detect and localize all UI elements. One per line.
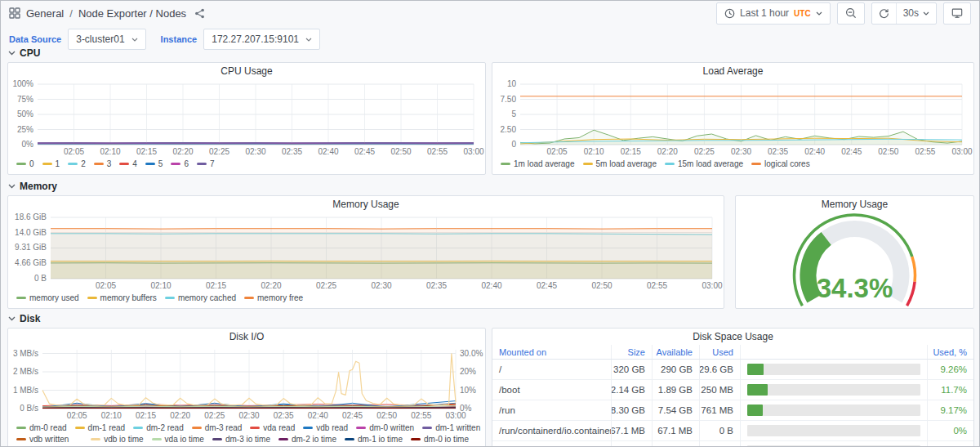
row-header-memory[interactable]: Memory <box>8 181 57 192</box>
chevron-down-icon <box>8 51 16 56</box>
legend-item-dm-3-read[interactable]: dm-3 read <box>192 423 243 432</box>
legend-item-6[interactable]: 6 <box>171 159 189 168</box>
svg-text:02:35: 02:35 <box>282 147 302 156</box>
legend-item-vdb-read[interactable]: vdb read <box>303 423 348 432</box>
legend-label: 4 <box>132 159 137 168</box>
legend-swatch <box>244 297 254 299</box>
svg-text:02:50: 02:50 <box>591 281 612 290</box>
caret-down-icon <box>131 38 138 42</box>
refresh-interval-select[interactable]: 30s <box>896 3 936 24</box>
caret-down-icon <box>816 11 822 16</box>
breadcrumb-folder[interactable]: General <box>26 7 64 20</box>
legend-item-1[interactable]: 1 <box>42 159 60 168</box>
column-header-used[interactable]: Used <box>700 345 741 359</box>
legend-item-memory-cached[interactable]: memory cached <box>165 293 236 302</box>
table-row: /run/containerd/io.containerd.grpc...67.… <box>492 421 973 441</box>
time-range-picker[interactable]: Last 1 hour UTC <box>716 2 831 25</box>
svg-text:02:20: 02:20 <box>261 281 281 290</box>
legend-label: memory used <box>29 293 79 302</box>
svg-text:02:50: 02:50 <box>878 147 898 156</box>
sync-icon <box>879 8 889 19</box>
legend-item-4[interactable]: 4 <box>119 159 137 168</box>
svg-text:02:50: 02:50 <box>376 411 397 420</box>
svg-text:02:40: 02:40 <box>318 147 338 156</box>
legend-item-dm-2-io-time[interactable]: dm-2 io time <box>278 435 336 444</box>
breadcrumb-dashboard-title[interactable]: Node Exporter / Nodes <box>78 7 186 20</box>
legend-swatch <box>75 427 85 429</box>
legend-label: vda io time <box>165 435 204 444</box>
row-header-disk[interactable]: Disk <box>8 313 40 324</box>
panel-title-disk-space-usage[interactable]: Disk Space Usage <box>492 329 973 345</box>
legend-swatch <box>42 163 52 165</box>
legend-item-dm-0-read[interactable]: dm-0 read <box>16 423 67 432</box>
legend-item-dm-2-read[interactable]: dm-2 read <box>133 423 184 432</box>
legend-label: 1m load average <box>514 159 575 168</box>
legend-item-logical-cores[interactable]: logical cores <box>751 159 810 168</box>
legend-label: dm-0 read <box>29 423 67 432</box>
panel-title-memory-gauge[interactable]: Memory Usage <box>736 196 973 212</box>
legend-item-7[interactable]: 7 <box>197 159 215 168</box>
panel-disk-space-usage: Disk Space Usage Mounted onSizeAvailable… <box>492 328 974 447</box>
cell-size: 67.1 MB <box>612 421 653 440</box>
breadcrumb-separator: / <box>69 7 73 20</box>
legend-item-0[interactable]: 0 <box>16 159 34 168</box>
memory-usage-legend: memory usedmemory buffersmemory cachedme… <box>8 292 724 303</box>
memory-usage-chart[interactable]: 02:0502:1002:1502:2002:2502:3002:3502:40… <box>8 212 724 292</box>
dashboard-controls: Last 1 hour UTC <box>716 2 971 25</box>
legend-item-dm-1-written[interactable]: dm-1 written <box>422 423 480 432</box>
legend-item-vda-read[interactable]: vda read <box>250 423 295 432</box>
zoom-out-button[interactable] <box>837 2 865 25</box>
clock-icon <box>724 8 735 19</box>
variable-datasource-select[interactable]: 3-cluster01 <box>68 29 145 50</box>
cpu-usage-chart[interactable]: 02:0502:1002:1502:2002:2502:3002:3502:40… <box>8 79 485 158</box>
legend-item-vda-io-time[interactable]: vda io time <box>152 435 204 444</box>
legend-item-5m-load-average[interactable]: 5m load average <box>583 159 657 168</box>
legend-item-memory-used[interactable]: memory used <box>16 293 79 302</box>
load-average-legend: 1m load average5m load average15m load a… <box>492 158 973 169</box>
legend-label: dm-1 written <box>435 423 480 432</box>
cell-used: 761 MB <box>700 400 741 420</box>
used-bar-track <box>747 364 920 375</box>
column-header-size[interactable]: Size <box>612 345 653 359</box>
kiosk-mode-button[interactable] <box>943 2 971 25</box>
legend-item-dm-3-io-time[interactable]: dm-3 io time <box>212 435 270 444</box>
variable-instance-select[interactable]: 172.27.207.15:9101 <box>203 29 320 50</box>
legend-item-dm-1-io-time[interactable]: dm-1 io time <box>345 435 403 444</box>
legend-label: 2 <box>81 159 86 168</box>
variable-instance: Instance 172.27.207.15:9101 <box>161 29 320 50</box>
used-bar-track <box>747 405 920 416</box>
svg-text:02:25: 02:25 <box>209 147 229 156</box>
legend-item-15m-load-average[interactable]: 15m load average <box>665 159 743 168</box>
legend-item-memory-buffers[interactable]: memory buffers <box>87 293 157 302</box>
legend-item-dm-0-io-time[interactable]: dm-0 io time <box>411 435 469 444</box>
share-alt-icon[interactable] <box>194 8 205 19</box>
cell-used: 0 B <box>700 441 741 447</box>
column-header-available[interactable]: Available <box>653 345 700 359</box>
legend-item-3[interactable]: 3 <box>94 159 112 168</box>
svg-text:02:25: 02:25 <box>204 411 225 420</box>
legend-item-dm-1-read[interactable]: dm-1 read <box>75 423 126 432</box>
row-header-cpu[interactable]: CPU <box>8 47 40 59</box>
legend-item-dm-0-written[interactable]: dm-0 written <box>356 423 414 432</box>
legend-label: dm-2 io time <box>292 435 336 444</box>
svg-text:02:10: 02:10 <box>101 411 122 420</box>
legend-item-2[interactable]: 2 <box>68 159 86 168</box>
legend-label: dm-3 read <box>205 423 243 432</box>
panel-memory-gauge: Memory Usage 34.3% <box>735 195 974 309</box>
panel-title-cpu-usage[interactable]: CPU Usage <box>8 63 485 79</box>
legend-label: dm-0 written <box>369 423 414 432</box>
disk-io-legend-row2: vdb writtenvdb io timevda io timedm-3 io… <box>8 433 485 445</box>
panel-title-disk-io[interactable]: Disk I/O <box>8 329 485 345</box>
legend-item-memory-free[interactable]: memory free <box>244 293 303 302</box>
legend-item-vdb-written[interactable]: vdb written <box>16 435 69 444</box>
load-average-chart[interactable]: 02:0502:1002:1502:2002:2502:3002:3502:40… <box>492 79 973 158</box>
legend-item-5[interactable]: 5 <box>145 159 163 168</box>
legend-item-1m-load-average[interactable]: 1m load average <box>501 159 575 168</box>
column-header-used-[interactable]: Used, % <box>928 345 973 359</box>
legend-item-vdb-io-time[interactable]: vdb io time <box>91 435 143 444</box>
panel-title-memory-usage[interactable]: Memory Usage <box>8 196 724 212</box>
refresh-button[interactable] <box>872 3 896 24</box>
disk-io-chart[interactable]: 02:0502:1002:1502:2002:2502:3002:3502:40… <box>8 345 485 422</box>
column-header-mounted-on[interactable]: Mounted on <box>492 345 612 359</box>
panel-title-load-average[interactable]: Load Average <box>492 63 973 79</box>
